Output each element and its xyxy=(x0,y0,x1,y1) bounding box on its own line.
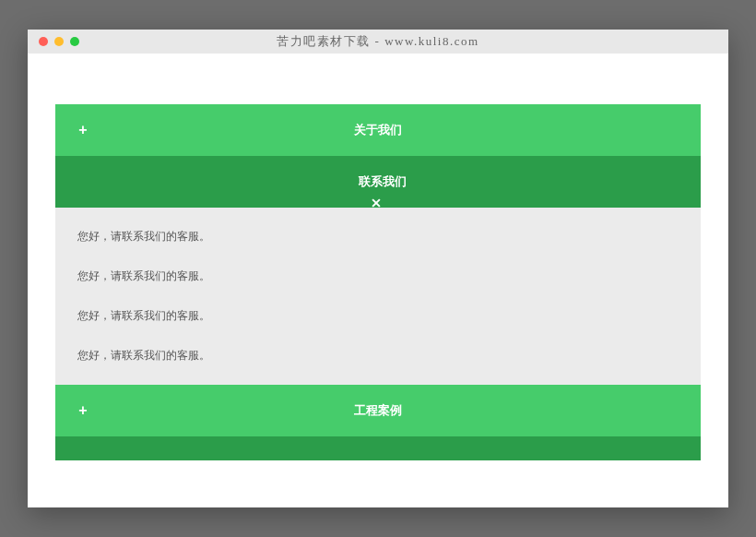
traffic-lights xyxy=(39,37,79,46)
list-item: 您好，请联系我们的客服。 xyxy=(55,257,701,296)
accordion-header-about[interactable]: 关于我们 xyxy=(55,104,701,156)
close-window-button[interactable] xyxy=(39,37,48,46)
accordion-item-contact: 联系我们 您好，请联系我们的客服。 您好，请联系我们的客服。 您好，请联系我们的… xyxy=(55,156,701,385)
titlebar: 苦力吧素材下载 - www.kuli8.com xyxy=(28,30,728,54)
minimize-window-button[interactable] xyxy=(54,37,64,46)
list-item: 您好，请联系我们的客服。 xyxy=(55,296,701,336)
list-item: 您好，请联系我们的客服。 xyxy=(55,217,701,257)
accordion-item-about: 关于我们 xyxy=(55,104,701,156)
accordion: 关于我们 联系我们 您好，请联系我们的客服。 您好，请联系我们的客服。 您好，请… xyxy=(55,104,701,460)
accordion-item-cases: 工程案例 xyxy=(55,385,701,460)
maximize-window-button[interactable] xyxy=(70,37,79,46)
accordion-label: 联系我们 xyxy=(359,173,407,190)
plus-icon xyxy=(77,125,89,136)
close-icon xyxy=(372,198,381,208)
window-title: 苦力吧素材下载 - www.kuli8.com xyxy=(28,33,728,50)
accordion-header-cases[interactable]: 工程案例 xyxy=(55,385,701,436)
accordion-label: 关于我们 xyxy=(354,122,402,138)
page-content: 关于我们 联系我们 您好，请联系我们的客服。 您好，请联系我们的客服。 您好，请… xyxy=(28,54,728,460)
bottom-bar xyxy=(55,436,701,460)
accordion-body-contact: 您好，请联系我们的客服。 您好，请联系我们的客服。 您好，请联系我们的客服。 您… xyxy=(55,208,701,385)
accordion-label: 工程案例 xyxy=(354,402,402,419)
list-item: 您好，请联系我们的客服。 xyxy=(55,336,701,376)
browser-window: 苦力吧素材下载 - www.kuli8.com 关于我们 联系我们 您好，请联系… xyxy=(28,30,728,507)
plus-icon xyxy=(77,405,89,416)
accordion-header-contact[interactable]: 联系我们 xyxy=(55,156,701,208)
